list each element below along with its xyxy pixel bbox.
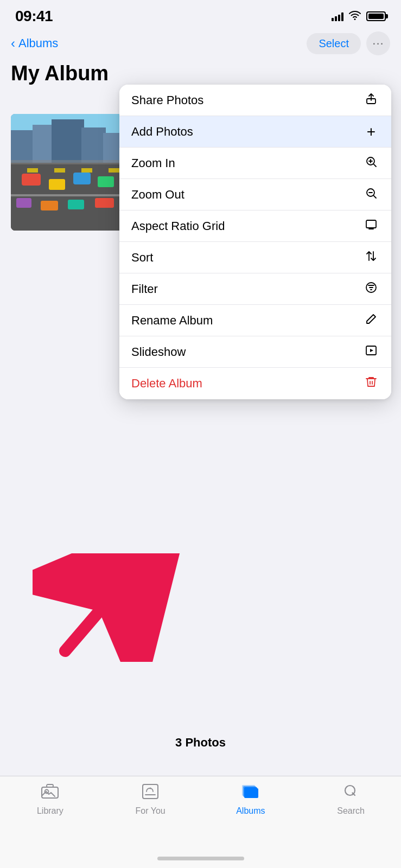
share-icon — [363, 92, 379, 108]
home-indicator — [157, 857, 244, 860]
svg-rect-13 — [22, 174, 41, 186]
tab-item-search[interactable]: Search — [301, 784, 401, 816]
photo-thumb-inner — [11, 114, 128, 231]
svg-rect-16 — [98, 176, 114, 187]
sort-icon — [363, 250, 379, 266]
svg-rect-18 — [41, 201, 58, 210]
plus-icon: + — [363, 123, 379, 141]
top-section: 09:41 — [0, 0, 401, 91]
svg-point-34 — [150, 788, 151, 789]
menu-item-zoom-out-label: Zoom Out — [131, 188, 184, 202]
svg-rect-11 — [81, 168, 92, 173]
tab-label-library: Library — [37, 806, 63, 816]
status-icons — [332, 10, 386, 23]
aspect-ratio-icon — [363, 218, 379, 234]
svg-rect-17 — [16, 198, 31, 208]
battery-icon — [366, 11, 386, 21]
menu-item-aspect-ratio-grid[interactable]: Aspect Ratio Grid — [119, 210, 391, 242]
tab-bar: Library For You — [0, 776, 401, 868]
tab-label-search: Search — [337, 806, 365, 816]
svg-rect-25 — [366, 220, 376, 228]
select-button[interactable]: Select — [307, 33, 361, 54]
menu-item-zoom-out[interactable]: Zoom Out — [119, 179, 391, 210]
nav-right-buttons: Select ··· — [307, 31, 390, 55]
tab-item-albums[interactable]: Albums — [201, 784, 301, 816]
menu-item-delete-album-label: Delete Album — [131, 376, 202, 391]
menu-item-filter-label: Filter — [131, 282, 158, 296]
menu-item-aspect-ratio-grid-label: Aspect Ratio Grid — [131, 219, 225, 233]
library-icon — [41, 784, 59, 803]
svg-rect-15 — [73, 173, 91, 184]
signal-bar-1 — [332, 18, 334, 21]
zoom-in-icon — [363, 155, 379, 171]
tab-label-albums: Albums — [236, 806, 265, 816]
play-icon — [363, 344, 379, 360]
nav-bar: ‹ Albums Select ··· — [0, 29, 401, 60]
svg-rect-21 — [11, 160, 128, 164]
svg-marker-28 — [370, 349, 373, 352]
signal-bar-3 — [338, 15, 340, 21]
svg-rect-38 — [246, 788, 258, 798]
dropdown-menu: Share Photos Add Photos + Zoom In — [119, 85, 391, 399]
annotation-arrow — [33, 553, 184, 662]
page: 09:41 — [0, 0, 401, 868]
svg-rect-10 — [54, 168, 65, 173]
svg-rect-30 — [42, 787, 58, 798]
menu-item-share-photos-label: Share Photos — [131, 93, 203, 107]
tab-label-for-you: For You — [136, 806, 166, 816]
for-you-icon — [142, 784, 158, 803]
svg-rect-20 — [95, 198, 114, 208]
signal-bar-4 — [341, 12, 343, 21]
photo-thumbnail[interactable] — [11, 114, 128, 231]
back-label: Albums — [18, 36, 58, 50]
menu-item-rename-album[interactable]: Rename Album — [119, 305, 391, 336]
svg-rect-9 — [27, 168, 38, 173]
svg-rect-7 — [11, 163, 128, 231]
svg-rect-33 — [143, 784, 158, 799]
svg-rect-14 — [49, 179, 65, 190]
trash-icon — [363, 375, 379, 392]
menu-item-filter[interactable]: Filter — [119, 273, 391, 305]
search-icon — [343, 784, 359, 803]
back-chevron-icon: ‹ — [11, 36, 15, 51]
svg-point-0 — [354, 18, 356, 20]
status-bar: 09:41 — [0, 0, 401, 29]
albums-icon — [242, 784, 259, 803]
more-button[interactable]: ··· — [366, 31, 390, 55]
wifi-icon — [349, 10, 361, 23]
menu-item-add-photos[interactable]: Add Photos + — [119, 116, 391, 148]
signal-icon — [332, 11, 343, 21]
svg-rect-32 — [47, 784, 53, 787]
svg-rect-19 — [68, 200, 84, 209]
menu-item-zoom-in[interactable]: Zoom In — [119, 148, 391, 179]
status-time: 09:41 — [15, 8, 53, 25]
battery-fill — [368, 14, 384, 19]
svg-rect-12 — [109, 168, 119, 173]
menu-item-slideshow[interactable]: Slideshow — [119, 336, 391, 368]
signal-bar-2 — [335, 16, 337, 21]
tab-item-for-you[interactable]: For You — [100, 784, 201, 816]
menu-item-rename-album-label: Rename Album — [131, 314, 213, 328]
edit-icon — [363, 313, 379, 328]
menu-item-delete-album[interactable]: Delete Album — [119, 368, 391, 399]
back-button[interactable]: ‹ Albums — [11, 36, 58, 51]
zoom-out-icon — [363, 187, 379, 203]
svg-rect-8 — [11, 194, 128, 196]
menu-item-zoom-in-label: Zoom In — [131, 156, 175, 170]
menu-item-add-photos-label: Add Photos — [131, 125, 193, 139]
menu-item-share-photos[interactable]: Share Photos — [119, 85, 391, 116]
photo-count: 3 Photos — [0, 736, 401, 750]
menu-item-sort[interactable]: Sort — [119, 242, 391, 273]
tab-item-library[interactable]: Library — [0, 784, 100, 816]
menu-item-sort-label: Sort — [131, 251, 153, 265]
filter-icon — [363, 281, 379, 297]
menu-item-slideshow-label: Slideshow — [131, 345, 186, 359]
